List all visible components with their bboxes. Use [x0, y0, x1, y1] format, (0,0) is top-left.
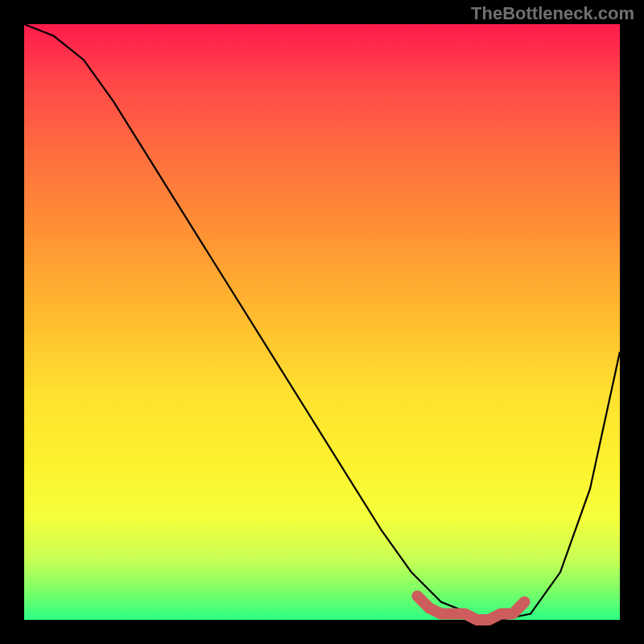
chart-svg [24, 24, 620, 620]
watermark: TheBottleneck.com [471, 3, 634, 24]
optimal-zone-line [417, 596, 524, 620]
bottleneck-curve-line [24, 24, 620, 620]
